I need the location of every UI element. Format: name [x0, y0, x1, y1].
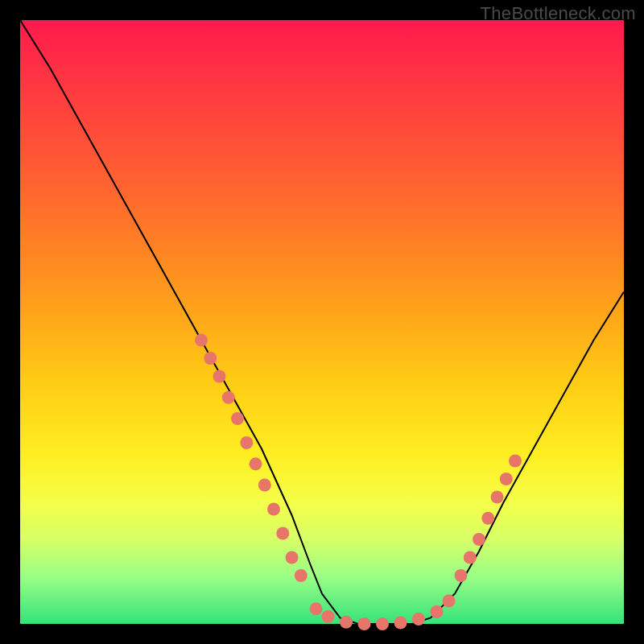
curve-marker [358, 617, 371, 630]
plot-area [20, 20, 624, 624]
curve-marker [295, 569, 308, 582]
curve-marker [394, 617, 407, 630]
curve-marker [322, 610, 335, 623]
curve-marker [491, 491, 504, 504]
curve-marker [431, 605, 444, 618]
curve-marker [509, 455, 522, 468]
curve-marker [204, 352, 217, 365]
curve-marker [213, 370, 226, 383]
curve-marker [481, 512, 494, 525]
curve-marker [473, 533, 485, 546]
curve-marker [195, 334, 208, 347]
curve-marker [286, 551, 299, 564]
curve-marker [455, 569, 468, 582]
curve-marker [222, 391, 235, 404]
curve-marker [310, 602, 323, 615]
curve-marker [250, 457, 262, 470]
curve-marker [258, 479, 271, 492]
curve-marker [276, 527, 289, 540]
curve-marker [231, 412, 244, 425]
curve-marker [500, 473, 513, 485]
chart-frame: TheBottleneck.com [0, 0, 644, 644]
curve-marker [240, 436, 253, 449]
curve-marker [376, 617, 389, 630]
chart-svg [20, 20, 624, 624]
curve-marker [340, 616, 353, 629]
bottleneck-curve [20, 20, 624, 624]
curve-marker [267, 503, 280, 516]
curve-markers [195, 334, 522, 631]
curve-marker [464, 551, 477, 564]
curve-marker [443, 595, 456, 608]
curve-marker [412, 613, 425, 625]
